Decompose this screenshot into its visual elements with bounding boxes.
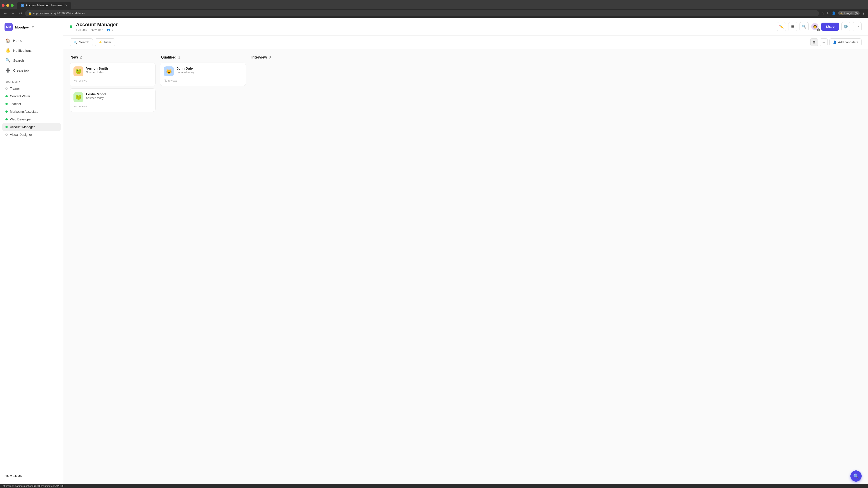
window-close-btn[interactable] xyxy=(2,4,4,7)
sidebar-job-teacher[interactable]: Teacher xyxy=(2,100,61,108)
job-dot-active xyxy=(5,110,8,113)
more-options-btn[interactable]: ⋯ xyxy=(852,22,862,31)
reload-btn[interactable]: ↻ xyxy=(18,10,23,16)
sidebar-item-create-job[interactable]: ➕ Create job xyxy=(2,66,61,75)
url-text: app.homerun.co/job/336500/candidates xyxy=(33,11,85,15)
homerun-logo: HOMERUN xyxy=(4,474,59,478)
candidate-name-vernon: Vernon Smith xyxy=(86,66,152,70)
window-min-btn[interactable] xyxy=(6,4,9,7)
browser-chrome: H Account Manager · Homerun ✕ + ← → ↻ 🔒 … xyxy=(0,0,868,18)
sidebar-item-create-job-label: Create job xyxy=(13,68,29,72)
candidate-name-leslie: Leslie Mood xyxy=(86,92,152,96)
job-employment-type: Full-time xyxy=(76,28,87,31)
plus-circle-icon: ➕ xyxy=(5,68,10,73)
job-dot-active xyxy=(5,95,8,97)
download-icon[interactable]: ⬇ xyxy=(827,11,829,15)
settings-btn[interactable]: ⚙️ xyxy=(841,22,850,31)
sidebar-item-notifications[interactable]: 🔔 Notifications xyxy=(2,46,61,55)
bookmark-icon[interactable]: ☆ xyxy=(821,11,824,15)
sidebar-item-home[interactable]: 🏠 Home xyxy=(2,36,61,45)
jobs-section-header[interactable]: Your jobs ▾ xyxy=(2,78,61,85)
toolbar-left: 🔍 Search ⚡ Filter xyxy=(70,38,115,46)
forward-btn[interactable]: → xyxy=(10,10,16,16)
candidate-card-vernon-smith[interactable]: 🐸 Vernon Smith Sourced today No reviews xyxy=(70,63,156,86)
candidate-card-leslie-mood[interactable]: 🐸 Leslie Mood Sourced today No reviews xyxy=(70,88,156,112)
job-actions: ✏️ ☰ 🔍 🧑 1 Share ⚙️ ⋯ xyxy=(777,22,862,31)
job-label-teacher: Teacher xyxy=(10,102,21,106)
chat-icon: 🔍 xyxy=(853,473,859,479)
column-new-title: New xyxy=(70,55,78,59)
company-name: Moodjoy xyxy=(15,25,29,29)
column-qualified-count: 1 xyxy=(178,55,180,59)
tab-label: Account Manager · Homerun xyxy=(26,4,63,7)
sidebar-job-trainer[interactable]: Trainer xyxy=(2,85,61,92)
candidates-toolbar: 🔍 Search ⚡ Filter ⊞ ☰ 👤 Add candidate xyxy=(63,36,868,49)
tab-close-btn[interactable]: ✕ xyxy=(65,4,67,7)
share-btn[interactable]: Share xyxy=(821,23,839,31)
add-candidate-btn[interactable]: 👤 Add candidate xyxy=(829,38,862,46)
job-meta-separator2: · xyxy=(104,28,105,31)
card-top: 😺 John Dale Sourced today xyxy=(164,66,242,76)
job-title-section: Account Manager Full-time · New York · 👥… xyxy=(76,22,773,31)
collaborators[interactable]: 🧑 1 xyxy=(811,23,819,31)
chat-support-btn[interactable]: 🔍 xyxy=(850,470,862,482)
new-tab-btn[interactable]: + xyxy=(72,2,78,8)
collaborator-count: 1 xyxy=(817,29,820,31)
job-dot-inactive xyxy=(5,88,8,90)
company-switcher[interactable]: MM Moodjoy ▼ xyxy=(0,21,63,36)
jobs-section-label: Your jobs xyxy=(5,80,18,84)
candidate-card-john-dale[interactable]: 😺 John Dale Sourced today No reviews xyxy=(160,63,246,86)
job-team-count: 3 xyxy=(112,28,113,31)
filter-label: Filter xyxy=(104,40,111,44)
grid-view-btn[interactable]: ⊞ xyxy=(810,38,818,46)
sidebar-footer: HOMERUN xyxy=(0,471,63,480)
back-btn[interactable]: ← xyxy=(3,10,8,16)
candidate-source-leslie: Sourced today xyxy=(86,96,152,100)
job-dot-active xyxy=(5,126,8,128)
column-qualified: Qualified 1 😺 John Dale Sourced today xyxy=(160,54,246,480)
profile-icon[interactable]: 👤 xyxy=(832,11,836,15)
active-tab[interactable]: H Account Manager · Homerun ✕ xyxy=(17,2,71,9)
sidebar-item-notifications-label: Notifications xyxy=(13,48,32,53)
search-candidates-btn[interactable]: 🔍 xyxy=(800,22,809,31)
url-bar[interactable]: 🔒 app.homerun.co/job/336500/candidates xyxy=(25,10,819,16)
toolbar-right: ⊞ ☰ 👤 Add candidate xyxy=(810,38,862,46)
card-info-leslie: Leslie Mood Sourced today xyxy=(86,92,152,100)
candidate-avatar-john: 😺 xyxy=(164,66,174,76)
job-label-account-manager: Account Manager xyxy=(10,125,35,129)
sidebar-item-search[interactable]: 🔍 Search xyxy=(2,56,61,65)
job-dot-active xyxy=(5,103,8,105)
card-info-vernon: Vernon Smith Sourced today xyxy=(86,66,152,74)
bell-icon: 🔔 xyxy=(5,48,10,53)
column-qualified-header: Qualified 1 xyxy=(160,54,246,63)
search-candidates-input[interactable]: 🔍 Search xyxy=(70,38,93,46)
app: MM Moodjoy ▼ 🏠 Home 🔔 Notifications 🔍 Se… xyxy=(0,18,868,484)
job-title: Account Manager xyxy=(76,22,773,28)
filter-btn[interactable]: ⚡ Filter xyxy=(95,38,115,46)
sidebar-job-visual-designer[interactable]: Visual Designer xyxy=(2,131,61,138)
address-bar: ← → ↻ 🔒 app.homerun.co/job/336500/candid… xyxy=(0,9,868,18)
sidebar-job-web-developer[interactable]: Web Developer xyxy=(2,116,61,123)
job-meta-separator: · xyxy=(89,28,90,31)
column-new-body: 🐸 Vernon Smith Sourced today No reviews … xyxy=(70,63,156,112)
menu-icon[interactable]: ⋮ xyxy=(862,11,865,15)
job-dot-inactive xyxy=(5,133,8,136)
tab-favicon: H xyxy=(21,4,24,7)
sidebar-job-account-manager[interactable]: Account Manager xyxy=(2,123,61,131)
candidate-name-john: John Dale xyxy=(177,66,242,70)
status-url: https://app.homerun.co/job/336500/candid… xyxy=(3,485,64,487)
candidate-reviews-john: No reviews xyxy=(164,79,242,82)
column-qualified-body: 😺 John Dale Sourced today No reviews xyxy=(160,63,246,86)
kanban-board: New 2 🐸 Vernon Smith Sourced today xyxy=(63,49,868,484)
window-max-btn[interactable] xyxy=(11,4,13,7)
candidate-source-vernon: Sourced today xyxy=(86,71,152,74)
candidate-avatar-vernon: 🐸 xyxy=(73,66,84,76)
sidebar-job-content-writer[interactable]: Content Writer xyxy=(2,92,61,100)
list-view-btn2[interactable]: ☰ xyxy=(820,38,828,46)
sidebar-job-marketing-associate[interactable]: Marketing Associate xyxy=(2,108,61,116)
column-new-header: New 2 xyxy=(70,54,156,63)
job-label-trainer: Trainer xyxy=(10,87,20,90)
list-view-btn[interactable]: ☰ xyxy=(788,22,797,31)
status-bar: https://app.homerun.co/job/336500/candid… xyxy=(0,484,868,488)
edit-job-btn[interactable]: ✏️ xyxy=(777,22,786,31)
